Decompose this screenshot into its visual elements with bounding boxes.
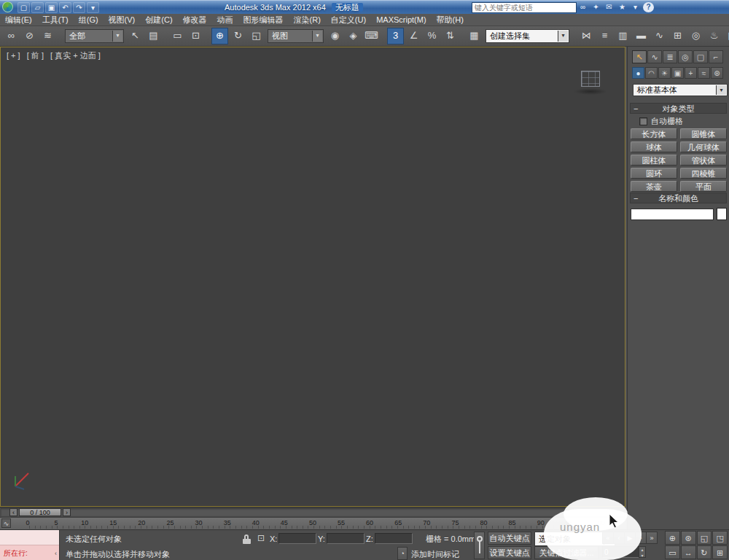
window-crossing-icon[interactable]: ⊡ — [187, 28, 204, 44]
selection-lock-icon[interactable] — [242, 534, 252, 545]
cone-button[interactable]: 圆锥体 — [680, 128, 727, 139]
mirror-icon[interactable]: ⋈ — [578, 28, 595, 44]
frame-spinner[interactable]: ▴▾ — [639, 546, 646, 558]
rollout-object-type[interactable]: − 对象类型 — [630, 103, 727, 114]
zoom-region-icon[interactable]: ▭ — [665, 545, 680, 559]
goto-end-button[interactable]: » — [646, 532, 658, 544]
macro-recorder-row[interactable] — [0, 530, 59, 545]
time-tag-icon[interactable]: ◔ — [397, 547, 408, 560]
render-setup-icon[interactable]: ♨ — [706, 28, 722, 44]
select-manipulate-icon[interactable]: ◈ — [345, 28, 362, 44]
zoom-extents-all-icon[interactable]: ◳ — [712, 531, 728, 545]
tab-hierarchy[interactable]: ≣ — [663, 50, 677, 63]
viewport-pov-menu[interactable]: [ 前 ] — [27, 51, 44, 60]
category-systems-icon[interactable]: ⊛ — [711, 67, 723, 79]
menu-maxscript[interactable]: MAXScript(M) — [371, 15, 431, 25]
3dsmax-logo-icon[interactable] — [2, 1, 13, 12]
pan-icon[interactable]: ↔ — [681, 545, 696, 559]
teapot-button[interactable]: 茶壶 — [631, 181, 677, 192]
open-file-icon[interactable]: ▱ — [31, 2, 44, 13]
menu-customize[interactable]: 自定义(U) — [326, 14, 371, 26]
reference-coordinate-dropdown[interactable]: 视图 ▾ — [268, 29, 324, 43]
edit-named-sets-icon[interactable]: ▦ — [466, 28, 483, 44]
listener-scroll-icon[interactable]: ‹ — [55, 550, 57, 557]
box-button[interactable]: 长方体 — [631, 128, 677, 139]
time-slider-track[interactable] — [1, 508, 625, 516]
tab-display[interactable]: ▢ — [693, 50, 708, 63]
snap-toggle-3d-icon[interactable]: 3 — [387, 28, 404, 44]
schematic-view-icon[interactable]: ⊞ — [669, 28, 686, 44]
menu-rendering[interactable]: 渲染(R) — [289, 14, 326, 26]
viewcube[interactable] — [581, 71, 600, 87]
menu-modifiers[interactable]: 修改器 — [178, 14, 212, 26]
listener-row[interactable]: 所在行: ‹ — [0, 545, 59, 560]
geosphere-button[interactable]: 几何球体 — [680, 141, 727, 152]
zoom-all-icon[interactable]: ⊛ — [681, 531, 696, 545]
time-slider-prev-button[interactable]: ‹ — [9, 508, 17, 516]
auto-key-button[interactable]: 自动关键点 — [488, 532, 531, 545]
workspace-dropdown-icon[interactable]: ▾ — [87, 2, 99, 13]
tab-utilities[interactable]: ⌐ — [709, 50, 723, 63]
category-shapes-icon[interactable]: ◠ — [645, 67, 658, 79]
select-rotate-icon[interactable]: ↻ — [230, 28, 246, 44]
zoom-icon[interactable]: ⊕ — [665, 531, 680, 545]
percent-snap-icon[interactable]: % — [424, 28, 440, 44]
keyboard-override-icon[interactable]: ⌨ — [363, 28, 380, 44]
tube-button[interactable]: 管状体 — [680, 155, 727, 166]
subscription-key-icon[interactable]: ✦ — [590, 2, 601, 12]
tab-motion[interactable]: ◎ — [678, 50, 693, 63]
select-by-name-icon[interactable]: ▤ — [145, 28, 162, 44]
torus-button[interactable]: 圆环 — [631, 168, 677, 179]
new-scene-icon[interactable]: ▢ — [17, 2, 30, 13]
tab-modify[interactable]: ∿ — [647, 50, 662, 63]
communication-center-icon[interactable]: ✉ — [604, 2, 615, 12]
sphere-button[interactable]: 球体 — [631, 141, 677, 152]
y-coordinate-field[interactable] — [327, 533, 364, 544]
menu-views[interactable]: 视图(V) — [104, 14, 141, 26]
maxscript-mini-listener[interactable]: 所在行: ‹ — [0, 530, 60, 560]
time-slider-handle[interactable]: 0 / 100 — [19, 508, 61, 516]
select-scale-icon[interactable]: ◱ — [248, 28, 265, 44]
viewport-front[interactable]: [ + ] [ 前 ] [ 真实 + 边面 ] — [0, 47, 625, 507]
rendered-frame-icon[interactable]: ▣ — [724, 28, 729, 44]
curve-editor-icon[interactable]: ∿ — [651, 28, 668, 44]
set-keys-button[interactable] — [474, 532, 485, 559]
menu-graph-editors[interactable]: 图形编辑器 — [238, 14, 289, 26]
viewport-shading-menu[interactable]: [ 真实 + 边面 ] — [50, 51, 101, 60]
subcategory-dropdown[interactable]: 标准基本体 ▾ — [633, 84, 728, 96]
help-icon[interactable]: ? — [643, 2, 654, 12]
infocenter-search-input[interactable] — [472, 2, 577, 13]
category-lights-icon[interactable]: ☀ — [658, 67, 671, 79]
absolute-mode-icon[interactable]: ⊡ — [256, 533, 266, 543]
menu-edit[interactable]: 编辑(E) — [0, 14, 37, 26]
redo-icon[interactable]: ↷ — [73, 2, 85, 13]
mini-curve-editor-button[interactable]: ∿ — [1, 518, 11, 528]
menu-help[interactable]: 帮助(H) — [432, 14, 469, 26]
rect-select-region-icon[interactable]: ▭ — [169, 28, 186, 44]
menu-group[interactable]: 组(G) — [74, 14, 104, 26]
time-slider-next-button[interactable]: › — [63, 508, 71, 516]
select-object-icon[interactable]: ↖ — [127, 28, 144, 44]
selection-filter-dropdown[interactable]: 全部 ▾ — [65, 29, 124, 43]
category-helpers-icon[interactable]: + — [685, 67, 697, 79]
autogrid-checkbox[interactable] — [639, 117, 647, 125]
undo-icon[interactable]: ↶ — [59, 2, 71, 13]
x-coordinate-field[interactable] — [278, 533, 316, 544]
pyramid-button[interactable]: 四棱锥 — [680, 168, 727, 179]
tab-create[interactable]: ↖ — [632, 50, 647, 63]
bind-spacewarp-icon[interactable]: ≋ — [39, 28, 56, 44]
cylinder-button[interactable]: 圆柱体 — [631, 155, 677, 166]
set-key-mode-button[interactable]: 设置关键点 — [488, 546, 531, 559]
save-file-icon[interactable]: ▣ — [45, 2, 58, 13]
rollout-name-color[interactable]: − 名称和颜色 — [630, 192, 727, 203]
unlink-icon[interactable]: ⊘ — [21, 28, 38, 44]
favorites-star-icon[interactable]: ★ — [617, 2, 628, 12]
maximize-viewport-icon[interactable]: ⊞ — [712, 545, 728, 559]
menu-create[interactable]: 创建(C) — [140, 14, 177, 26]
plane-button[interactable]: 平面 — [680, 181, 727, 192]
category-cameras-icon[interactable]: ▣ — [671, 67, 684, 79]
favorites-caret-icon[interactable]: ▾ — [630, 2, 641, 12]
orbit-icon[interactable]: ↻ — [697, 545, 712, 559]
angle-snap-icon[interactable]: ∠ — [405, 28, 422, 44]
category-geometry-icon[interactable]: ● — [632, 67, 644, 79]
